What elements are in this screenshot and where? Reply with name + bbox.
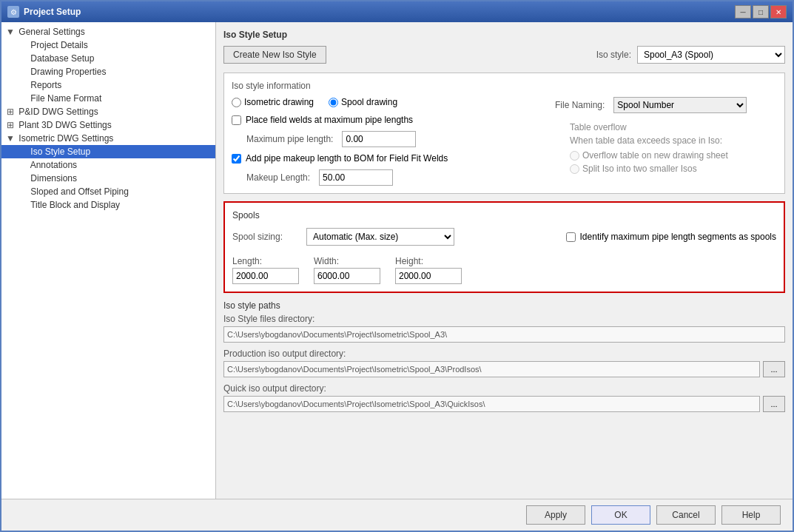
sidebar-item-annotations[interactable]: Annotations <box>1 158 215 172</box>
file-naming-label: File Naming: <box>555 100 605 110</box>
iso-style-info-section: Iso style information Isometric drawing … <box>223 73 785 194</box>
top-row: Create New Iso Style Iso style: Spool_A3… <box>223 46 785 64</box>
radio-spool-input[interactable] <box>329 98 338 107</box>
spools-title: Spools <box>232 210 776 220</box>
app-icon: ⚙ <box>7 6 19 18</box>
table-overflow-section: Table overflow When table data exceeds s… <box>570 122 777 174</box>
pipe-length-row: Maximum pipe length: <box>246 131 540 147</box>
sidebar-item-title-block-display[interactable]: Title Block and Display <box>1 198 215 212</box>
radio-row: Isometric drawing Spool drawing <box>232 97 540 107</box>
quick-dir-row: ... <box>223 396 785 412</box>
max-pipe-length-label: Maximum pipe length: <box>246 134 333 144</box>
radio-spool[interactable]: Spool drawing <box>329 97 397 107</box>
quick-dir-input[interactable] <box>223 396 760 412</box>
overflow-option1[interactable]: Overflow table on new drawing sheet <box>570 150 777 161</box>
prod-dir-group: Production iso output directory: ... <box>223 349 785 377</box>
expander-icon: ▼ <box>4 27 16 37</box>
section-title: Iso Style Setup <box>223 30 785 40</box>
expander-icon: ▼ <box>4 133 16 144</box>
field-welds-row: Place field welds at maximum pipe length… <box>232 115 540 125</box>
sidebar-item-plant-3d-dwg-settings[interactable]: ⊞ Plant 3D DWG Settings <box>1 118 215 132</box>
close-button[interactable]: ✕ <box>770 5 787 18</box>
radio-isometric-input[interactable] <box>232 98 241 107</box>
expander-icon: ⊞ <box>4 107 16 117</box>
files-dir-input[interactable] <box>223 326 785 343</box>
sidebar-item-database-setup[interactable]: Database Setup <box>1 52 215 65</box>
sidebar-item-pid-dwg-settings[interactable]: ⊞ P&ID DWG Settings <box>1 105 215 118</box>
title-bar-controls: ─ □ ✕ <box>735 5 787 18</box>
maximize-button[interactable]: □ <box>753 5 769 18</box>
overflow-option2[interactable]: Split Iso into two smaller Isos <box>570 164 777 174</box>
height-label: Height: <box>395 256 462 266</box>
iso-style-label: Iso style: <box>596 50 631 60</box>
quick-dir-group: Quick iso output directory: ... <box>223 383 785 412</box>
file-naming-select[interactable]: Spool Number <box>613 97 747 113</box>
minimize-button[interactable]: ─ <box>735 5 751 18</box>
prod-dir-browse-button[interactable]: ... <box>763 361 785 377</box>
spool-sizing-row: Spool sizing: Automatic (Max. size) <box>232 228 454 246</box>
inner-right: File Naming: Spool Number Table overflow… <box>555 97 777 186</box>
paths-section: Iso style paths Iso Style files director… <box>223 300 785 418</box>
sidebar-item-project-details[interactable]: Project Details <box>1 38 215 52</box>
inner-left: Isometric drawing Spool drawing Place fi… <box>232 97 540 186</box>
main-panel: Iso Style Setup Create New Iso Style Iso… <box>216 22 793 499</box>
quick-dir-browse-button[interactable]: ... <box>763 396 785 412</box>
width-input[interactable] <box>314 268 380 284</box>
ok-button[interactable]: OK <box>591 505 650 525</box>
spools-section: Spools Spool sizing: Automatic (Max. siz… <box>223 201 785 293</box>
cancel-button[interactable]: Cancel <box>656 505 716 525</box>
sidebar-item-isometric-dwg-settings[interactable]: ▼ Isometric DWG Settings <box>1 132 215 145</box>
makeup-checkbox[interactable] <box>232 154 241 164</box>
files-dir-label: Iso Style files directory: <box>223 314 785 324</box>
height-group: Height: <box>395 256 462 284</box>
sidebar-item-iso-style-setup[interactable]: Iso Style Setup <box>1 145 215 158</box>
sidebar-item-dimensions[interactable]: Dimensions <box>1 172 215 185</box>
inner-info: Isometric drawing Spool drawing Place fi… <box>232 97 777 186</box>
makeup-length-input[interactable] <box>319 169 393 186</box>
sidebar-item-general-settings[interactable]: ▼ General Settings <box>1 25 215 38</box>
spool-sizing-label: Spool sizing: <box>232 232 299 242</box>
create-iso-style-button[interactable]: Create New Iso Style <box>223 46 326 64</box>
iso-style-select[interactable]: Spool_A3 (Spool) <box>637 46 785 64</box>
title-bar: ⚙ Project Setup ─ □ ✕ <box>1 1 793 22</box>
prod-dir-row: ... <box>223 361 785 377</box>
quick-dir-label: Quick iso output directory: <box>223 383 785 394</box>
length-group: Length: <box>232 256 299 284</box>
files-dir-group: Iso Style files directory: <box>223 314 785 343</box>
info-section-title: Iso style information <box>232 81 777 91</box>
dimensions-row: Length: Width: Height: <box>232 256 776 284</box>
help-button[interactable]: Help <box>721 505 781 525</box>
identify-row: Identify maximum pipe length segments as… <box>566 232 776 242</box>
height-input[interactable] <box>395 268 462 284</box>
width-label: Width: <box>314 256 380 266</box>
sidebar-item-reports[interactable]: Reports <box>1 78 215 92</box>
file-naming-row: File Naming: Spool Number <box>555 97 777 113</box>
width-group: Width: <box>314 256 380 284</box>
table-overflow-title: Table overflow <box>570 122 777 132</box>
identify-checkbox[interactable] <box>566 232 576 242</box>
length-label: Length: <box>232 256 299 266</box>
makeup-checkbox-row: Add pipe makeup length to BOM for Field … <box>232 153 540 164</box>
overflow-radio1 <box>570 151 579 161</box>
sidebar: ▼ General Settings Project Details Datab… <box>1 22 216 499</box>
makeup-length-label: Makeup Length: <box>246 172 310 183</box>
radio-isometric[interactable]: Isometric drawing <box>232 97 314 107</box>
spool-sizing-select[interactable]: Automatic (Max. size) <box>306 228 454 246</box>
max-pipe-length-input[interactable] <box>342 131 416 147</box>
apply-button[interactable]: Apply <box>526 505 585 525</box>
window-title: Project Setup <box>24 7 81 17</box>
makeup-row: Makeup Length: <box>246 169 540 186</box>
prod-dir-input[interactable] <box>223 361 760 377</box>
table-overflow-desc: When table data exceeds space in Iso: <box>570 135 777 146</box>
sidebar-item-file-name-format[interactable]: File Name Format <box>1 92 215 105</box>
iso-style-row: Iso style: Spool_A3 (Spool) <box>596 46 785 64</box>
sidebar-item-sloped-offset-piping[interactable]: Sloped and Offset Piping <box>1 185 215 198</box>
field-welds-checkbox[interactable] <box>232 115 241 125</box>
title-bar-left: ⚙ Project Setup <box>7 6 81 18</box>
overflow-radio2 <box>570 164 579 174</box>
main-window: ⚙ Project Setup ─ □ ✕ ▼ General Settings… <box>0 0 794 532</box>
window-content: ▼ General Settings Project Details Datab… <box>1 22 793 499</box>
length-input[interactable] <box>232 268 299 284</box>
sidebar-item-drawing-properties[interactable]: Drawing Properties <box>1 65 215 78</box>
prod-dir-label: Production iso output directory: <box>223 349 785 359</box>
